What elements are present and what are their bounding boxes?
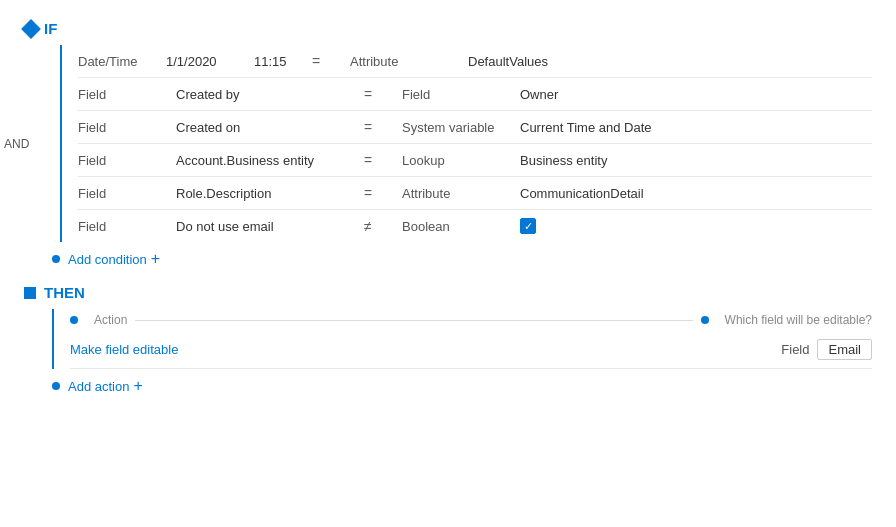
condition-val-5: ✓ <box>520 218 872 234</box>
condition-row-0: Date/Time 1/1/2020 11:15 = Attribute Def… <box>78 45 872 78</box>
condition-row-1: Field Created by = Field Owner <box>78 78 872 111</box>
condition-row-2: Field Created on = System variable Curre… <box>78 111 872 144</box>
which-field-label: Which field will be editable? <box>725 313 872 327</box>
condition-valtype-0: Attribute <box>350 54 460 69</box>
add-action-dot <box>52 382 60 390</box>
condition-val-1: Owner <box>520 87 872 102</box>
add-condition-button[interactable]: Add condition + <box>68 250 160 268</box>
email-value: Email <box>817 339 872 360</box>
then-block: THEN Action Which field will be editable… <box>24 284 872 395</box>
condition-op-4: = <box>364 185 394 201</box>
which-field-dot <box>701 316 709 324</box>
condition-valtype-5: Boolean <box>402 219 512 234</box>
condition-row-3: Field Account.Business entity = Lookup B… <box>78 144 872 177</box>
main-container: IF AND Date/Time 1/1/2020 11:15 = Attrib… <box>0 0 896 411</box>
diamond-icon <box>21 19 41 39</box>
condition-time-0: 11:15 <box>254 54 304 69</box>
condition-field-5: Do not use email <box>176 219 356 234</box>
action-dot <box>70 316 78 324</box>
condition-op-1: = <box>364 86 394 102</box>
checkbox-icon[interactable]: ✓ <box>520 218 536 234</box>
add-condition-plus-icon: + <box>151 250 160 268</box>
condition-type-1: Field <box>78 87 168 102</box>
condition-field-4: Role.Description <box>176 186 356 201</box>
add-action-label: Add action <box>68 379 129 394</box>
condition-date-0: 1/1/2020 <box>166 54 246 69</box>
condition-val-0: DefaultValues <box>468 54 872 69</box>
then-label: THEN <box>44 284 85 301</box>
make-field-editable-link[interactable]: Make field editable <box>70 342 178 357</box>
action-header-row: Action Which field will be editable? <box>70 309 872 331</box>
condition-row-4: Field Role.Description = Attribute Commu… <box>78 177 872 210</box>
condition-valtype-2: System variable <box>402 120 512 135</box>
add-condition-row: Add condition + <box>52 250 872 268</box>
add-action-row: Add action + <box>52 377 872 395</box>
condition-type-5: Field <box>78 219 168 234</box>
add-condition-dot <box>52 255 60 263</box>
condition-field-2: Created on <box>176 120 356 135</box>
field-label: Field <box>781 342 809 357</box>
condition-type-4: Field <box>78 186 168 201</box>
condition-row-5: Field Do not use email ≠ Boolean ✓ <box>78 210 872 242</box>
add-action-plus-icon: + <box>133 377 142 395</box>
condition-field-3: Account.Business entity <box>176 153 356 168</box>
action-label: Action <box>94 313 127 327</box>
condition-op-0: = <box>312 53 342 69</box>
square-icon <box>24 287 36 299</box>
condition-op-3: = <box>364 152 394 168</box>
action-line <box>135 320 692 321</box>
then-header: THEN <box>24 284 872 301</box>
add-condition-label: Add condition <box>68 252 147 267</box>
condition-valtype-1: Field <box>402 87 512 102</box>
condition-val-4: CommunicationDetail <box>520 186 872 201</box>
action-row: Make field editable Field Email <box>70 331 872 369</box>
condition-val-2: Current Time and Date <box>520 120 872 135</box>
add-action-button[interactable]: Add action + <box>68 377 143 395</box>
condition-type-0: Date/Time <box>78 54 158 69</box>
which-field-right: Which field will be editable? <box>701 313 872 327</box>
then-content: Action Which field will be editable? Mak… <box>52 309 872 369</box>
condition-op-2: = <box>364 119 394 135</box>
if-block: IF <box>24 16 872 37</box>
condition-type-3: Field <box>78 153 168 168</box>
action-right: Field Email <box>781 339 872 360</box>
condition-valtype-3: Lookup <box>402 153 512 168</box>
condition-op-5: ≠ <box>364 218 394 234</box>
if-label: IF <box>24 20 57 37</box>
condition-valtype-4: Attribute <box>402 186 512 201</box>
condition-type-2: Field <box>78 120 168 135</box>
conditions-wrapper: Date/Time 1/1/2020 11:15 = Attribute Def… <box>60 45 872 242</box>
condition-val-3: Business entity <box>520 153 872 168</box>
condition-field-1: Created by <box>176 87 356 102</box>
and-label: AND <box>4 137 29 151</box>
